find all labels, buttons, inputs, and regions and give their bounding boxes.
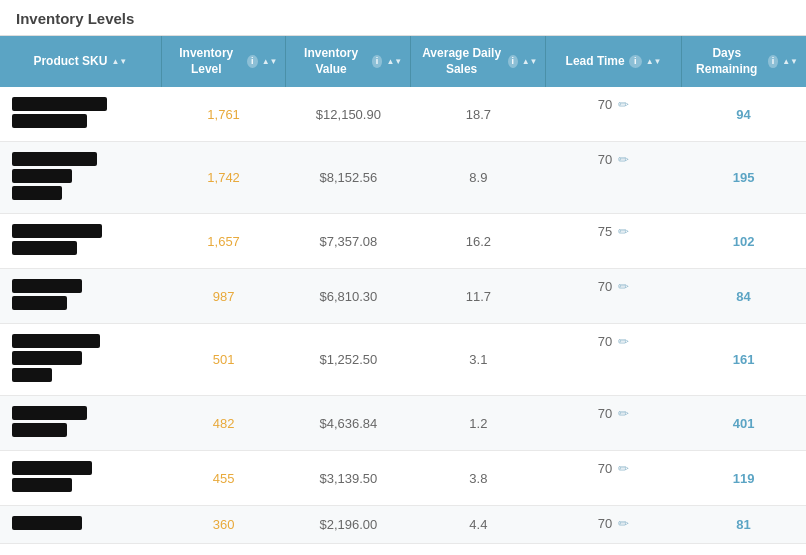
table-row: 1,761$12,150.9018.770✏94: [0, 87, 806, 142]
edit-lead-time-icon[interactable]: ✏: [618, 406, 629, 421]
sku-block: [12, 169, 72, 183]
th-avg-sales[interactable]: Average Daily Sales i ▲▼: [411, 36, 546, 87]
sku-block: [12, 186, 62, 200]
sku-cell: [0, 451, 161, 506]
inv-value-cell: $6,810.30: [286, 269, 411, 324]
lead-time-value: 70: [598, 279, 612, 294]
inv-value-cell: $3,139.50: [286, 451, 411, 506]
sku-block: [12, 152, 97, 166]
inventory-table: Product SKU ▲▼ Inventory Level i ▲▼ Inve…: [0, 36, 806, 544]
th-inv-value[interactable]: Inventory Value i ▲▼: [286, 36, 411, 87]
table-row: 360$2,196.004.470✏81: [0, 506, 806, 544]
avg-sales-cell: 8.9: [411, 142, 546, 214]
edit-lead-time-icon[interactable]: ✏: [618, 224, 629, 239]
days-remaining-cell: 94: [681, 87, 806, 142]
days-remaining-cell: 195: [681, 142, 806, 214]
sku-block: [12, 224, 102, 238]
days-remaining-cell: 401: [681, 396, 806, 451]
sku-block: [12, 351, 82, 365]
lead-time-cell: 70✏: [546, 142, 681, 177]
lead-time-cell: 70✏: [546, 87, 681, 122]
table-row: 501$1,252.503.170✏161: [0, 324, 806, 396]
inv-value-cell: $4,636.84: [286, 396, 411, 451]
info-icon-avg-sales[interactable]: i: [508, 55, 518, 68]
sku-block: [12, 334, 100, 348]
sku-block: [12, 461, 92, 475]
sku-block: [12, 478, 72, 492]
sku-cell: [0, 506, 161, 544]
th-inv-level[interactable]: Inventory Level i ▲▼: [161, 36, 286, 87]
inv-value-cell: $12,150.90: [286, 87, 411, 142]
table-row: 482$4,636.841.270✏401: [0, 396, 806, 451]
sort-icon-inv-level: ▲▼: [262, 58, 278, 66]
inv-level-cell: 482: [161, 396, 286, 451]
table-row: 987$6,810.3011.770✏84: [0, 269, 806, 324]
lead-time-cell: 70✏: [546, 506, 681, 541]
edit-lead-time-icon[interactable]: ✏: [618, 152, 629, 167]
avg-sales-cell: 18.7: [411, 87, 546, 142]
sku-block: [12, 423, 67, 437]
sku-block: [12, 516, 82, 530]
info-icon-inv-value[interactable]: i: [372, 55, 383, 68]
avg-sales-cell: 1.2: [411, 396, 546, 451]
sku-cell: [0, 142, 161, 214]
inv-value-cell: $7,357.08: [286, 214, 411, 269]
info-icon-days-remaining[interactable]: i: [768, 55, 778, 68]
sku-block: [12, 296, 67, 310]
avg-sales-cell: 3.8: [411, 451, 546, 506]
lead-time-value: 70: [598, 461, 612, 476]
inv-value-cell: $1,252.50: [286, 324, 411, 396]
sort-icon-lead-time: ▲▼: [646, 58, 662, 66]
sort-icon-avg-sales: ▲▼: [522, 58, 538, 66]
lead-time-value: 70: [598, 334, 612, 349]
avg-sales-cell: 11.7: [411, 269, 546, 324]
table-row: 1,657$7,357.0816.275✏102: [0, 214, 806, 269]
edit-lead-time-icon[interactable]: ✏: [618, 461, 629, 476]
edit-lead-time-icon[interactable]: ✏: [618, 516, 629, 531]
inv-level-cell: 360: [161, 506, 286, 544]
info-icon-lead-time[interactable]: i: [629, 55, 642, 68]
sort-icon-inv-value: ▲▼: [386, 58, 402, 66]
sku-cell: [0, 396, 161, 451]
lead-time-value: 70: [598, 97, 612, 112]
lead-time-value: 70: [598, 406, 612, 421]
inv-level-cell: 987: [161, 269, 286, 324]
info-icon-inv-level[interactable]: i: [247, 55, 258, 68]
inv-level-cell: 1,657: [161, 214, 286, 269]
sku-block: [12, 406, 87, 420]
edit-lead-time-icon[interactable]: ✏: [618, 334, 629, 349]
table-wrapper: Product SKU ▲▼ Inventory Level i ▲▼ Inve…: [0, 36, 806, 546]
inv-level-cell: 501: [161, 324, 286, 396]
th-days-remaining[interactable]: Days Remaining i ▲▼: [681, 36, 806, 87]
th-sku[interactable]: Product SKU ▲▼: [0, 36, 161, 87]
sku-block: [12, 114, 87, 128]
sku-block: [12, 368, 52, 382]
lead-time-cell: 70✏: [546, 451, 681, 486]
edit-lead-time-icon[interactable]: ✏: [618, 97, 629, 112]
sort-icon-sku: ▲▼: [111, 58, 127, 66]
days-remaining-cell: 84: [681, 269, 806, 324]
edit-lead-time-icon[interactable]: ✏: [618, 279, 629, 294]
avg-sales-cell: 3.1: [411, 324, 546, 396]
lead-time-cell: 75✏: [546, 214, 681, 249]
lead-time-cell: 70✏: [546, 324, 681, 359]
sku-cell: [0, 214, 161, 269]
th-lead-time[interactable]: Lead Time i ▲▼: [546, 36, 681, 87]
sku-cell: [0, 87, 161, 142]
sku-block: [12, 279, 82, 293]
inv-level-cell: 455: [161, 451, 286, 506]
sku-block: [12, 241, 77, 255]
page-title: Inventory Levels: [0, 0, 806, 36]
sort-icon-days-remaining: ▲▼: [782, 58, 798, 66]
lead-time-cell: 70✏: [546, 396, 681, 431]
days-remaining-cell: 81: [681, 506, 806, 544]
table-row: 455$3,139.503.870✏119: [0, 451, 806, 506]
sku-cell: [0, 269, 161, 324]
avg-sales-cell: 16.2: [411, 214, 546, 269]
avg-sales-cell: 4.4: [411, 506, 546, 544]
inv-level-cell: 1,761: [161, 87, 286, 142]
lead-time-value: 70: [598, 516, 612, 531]
inv-value-cell: $8,152.56: [286, 142, 411, 214]
inv-level-cell: 1,742: [161, 142, 286, 214]
inv-value-cell: $2,196.00: [286, 506, 411, 544]
